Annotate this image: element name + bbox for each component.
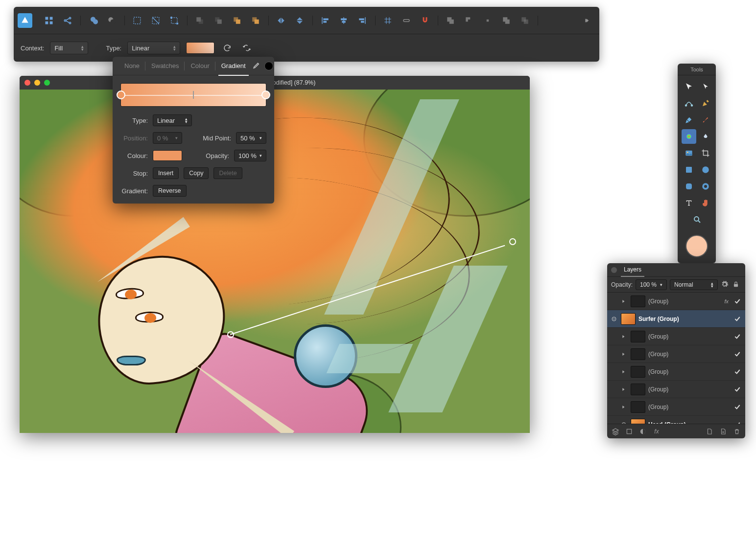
- shape-tool-icon[interactable]: [698, 179, 713, 194]
- layer-visibility-check[interactable]: [733, 368, 741, 376]
- gear-icon[interactable]: [721, 280, 730, 289]
- mask-square-icon[interactable]: [625, 427, 634, 436]
- layer-visibility-check[interactable]: [733, 403, 741, 411]
- lock-icon[interactable]: [732, 280, 741, 289]
- layer-row[interactable]: (Group): [607, 381, 745, 398]
- layer-visibility-check[interactable]: [733, 350, 741, 358]
- disclosure-closed-icon[interactable]: [621, 334, 628, 339]
- brush-tool-icon[interactable]: [698, 113, 713, 127]
- flip-horizontal-icon[interactable]: [272, 12, 290, 29]
- transform-icon[interactable]: [165, 12, 183, 29]
- shape-subtract-icon[interactable]: [103, 12, 120, 29]
- adjustment-icon[interactable]: [638, 427, 647, 436]
- flip-vertical-icon[interactable]: [291, 12, 308, 29]
- layer-row[interactable]: (Group): [607, 345, 745, 363]
- copy-stop-button[interactable]: Copy: [184, 167, 209, 179]
- stop-colour-chip[interactable]: [153, 150, 182, 161]
- layer-row[interactable]: (Group): [607, 328, 745, 345]
- align-left-icon[interactable]: [316, 12, 334, 29]
- view-grid-icon[interactable]: [40, 12, 58, 29]
- crop-tool-icon[interactable]: [698, 146, 713, 160]
- layer-row[interactable]: Surfer (Group): [607, 310, 745, 328]
- layers-tab[interactable]: Layers: [621, 263, 644, 277]
- boolean-divide-icon[interactable]: [516, 12, 534, 29]
- eyedropper-sample[interactable]: [264, 62, 273, 70]
- place-image-tool-icon[interactable]: [682, 146, 696, 160]
- share-icon[interactable]: [59, 12, 76, 29]
- blend-mode-select[interactable]: Normal▴▾: [670, 279, 718, 290]
- align-center-icon[interactable]: [335, 12, 353, 29]
- insert-stop-button[interactable]: Insert: [153, 167, 179, 179]
- toolbar-overflow-icon[interactable]: [580, 12, 595, 29]
- gradient-start-handle[interactable]: [227, 331, 234, 338]
- layers-stack-icon[interactable]: [611, 427, 620, 436]
- ellipse-tool-icon[interactable]: [698, 162, 713, 177]
- canvas[interactable]: [20, 90, 530, 433]
- gradient-midpoint-handle[interactable]: [193, 91, 194, 99]
- gradient-stop-2[interactable]: [261, 91, 270, 99]
- snap-toggle-icon[interactable]: [398, 12, 415, 29]
- layer-visibility-check[interactable]: [733, 315, 741, 323]
- document-titlebar[interactable]: e Surfer 01 [Modified] (87.9%): [20, 76, 530, 90]
- tab-colour[interactable]: Colour: [185, 57, 215, 75]
- arrange-forward-icon[interactable]: [228, 12, 246, 29]
- delete-layer-icon[interactable]: [732, 427, 741, 436]
- arrange-front-icon[interactable]: [247, 12, 264, 29]
- reverse-gradient-icon[interactable]: [240, 41, 254, 55]
- boolean-add-icon[interactable]: [442, 12, 459, 29]
- layer-row[interactable]: (Group): [607, 398, 745, 416]
- fill-stroke-select[interactable]: Fill ▴▾: [50, 42, 88, 54]
- disclosure-closed-icon[interactable]: [621, 405, 628, 409]
- reverse-gradient-button[interactable]: Reverse: [153, 185, 187, 197]
- pen-tool-icon[interactable]: [698, 96, 713, 111]
- grid-snap-icon[interactable]: [379, 12, 397, 29]
- marquee-crop-icon[interactable]: [147, 12, 165, 29]
- eyedropper-icon[interactable]: [252, 61, 261, 71]
- arrange-back-icon[interactable]: [191, 12, 209, 29]
- midpoint-field[interactable]: 50 %▾: [236, 132, 266, 144]
- pan-tool-icon[interactable]: [698, 196, 713, 210]
- disclosure-closed-icon[interactable]: [621, 299, 628, 304]
- tab-none[interactable]: None: [118, 57, 145, 75]
- magnet-icon[interactable]: [416, 12, 434, 29]
- gradient-preview[interactable]: [120, 83, 266, 107]
- disclosure-closed-icon[interactable]: [621, 369, 628, 374]
- window-controls[interactable]: [24, 80, 50, 86]
- direct-select-tool-icon[interactable]: [698, 79, 713, 94]
- gradient-type-select[interactable]: Linear ▴▾: [127, 42, 180, 54]
- arrange-backward-icon[interactable]: [210, 12, 227, 29]
- layer-visibility-check[interactable]: [733, 297, 741, 305]
- boolean-subtract-icon[interactable]: [460, 12, 478, 29]
- disclosure-closed-icon[interactable]: [621, 352, 628, 357]
- panel-close-icon[interactable]: [611, 267, 617, 273]
- pencil-tool-icon[interactable]: [682, 113, 696, 127]
- transparency-tool-icon[interactable]: [698, 129, 713, 144]
- boolean-xor-icon[interactable]: [497, 12, 515, 29]
- opacity-field[interactable]: 100 %▾: [234, 150, 266, 161]
- gradient-stop-1[interactable]: [117, 91, 125, 99]
- maximize-window-icon[interactable]: [44, 80, 50, 86]
- gradient-end-handle[interactable]: [509, 238, 516, 245]
- new-layer-icon[interactable]: [705, 427, 714, 436]
- rotate-gradient-icon[interactable]: [220, 41, 234, 55]
- layer-visibility-check[interactable]: [733, 333, 741, 340]
- layer-list[interactable]: (Group)fxSurfer (Group)(Group)(Group)(Gr…: [607, 293, 745, 424]
- layer-row[interactable]: (Group)fx: [607, 293, 745, 310]
- layer-visibility-check[interactable]: [733, 385, 741, 393]
- rectangle-tool-icon[interactable]: [682, 162, 696, 177]
- disclosure-closed-icon[interactable]: [621, 387, 628, 392]
- marquee-rect-icon[interactable]: [128, 12, 146, 29]
- move-tool-icon[interactable]: [682, 79, 696, 94]
- text-tool-icon[interactable]: [682, 196, 696, 210]
- close-window-icon[interactable]: [24, 80, 30, 86]
- current-fill-colour[interactable]: [685, 235, 708, 257]
- fill-tool-icon[interactable]: [682, 129, 696, 144]
- layers-opacity-field[interactable]: 100 %▾: [636, 279, 667, 290]
- shape-union-icon[interactable]: [84, 12, 102, 29]
- fx-icon[interactable]: fx: [652, 427, 661, 436]
- app-logo[interactable]: [18, 13, 32, 28]
- node-tool-icon[interactable]: [682, 96, 696, 111]
- align-right-icon[interactable]: [354, 12, 371, 29]
- layer-row[interactable]: (Group): [607, 363, 745, 381]
- new-pixel-layer-icon[interactable]: [719, 427, 728, 436]
